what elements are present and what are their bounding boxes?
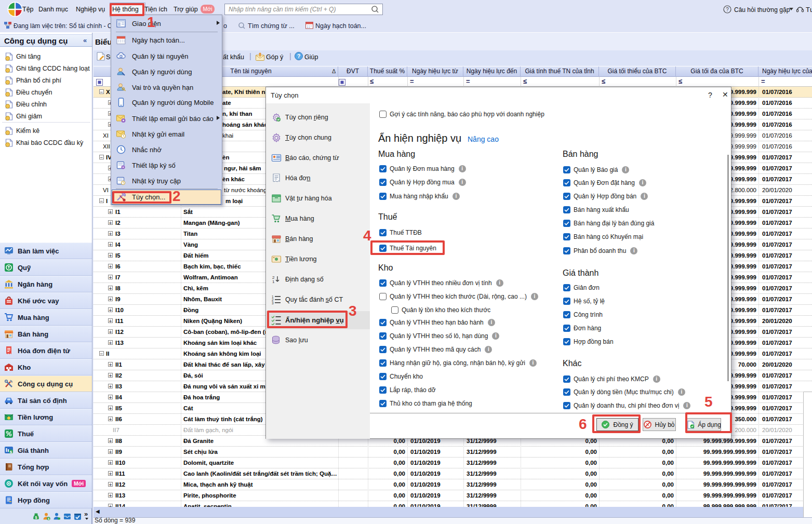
svg-text:$: $ [10,450,12,454]
svg-text:$: $ [35,516,37,520]
svg-text:?: ? [297,53,301,59]
svg-text:1: 1 [272,279,275,284]
svg-text:3: 3 [272,301,274,305]
svg-text:$: $ [48,517,49,520]
svg-text:?: ? [726,7,729,12]
